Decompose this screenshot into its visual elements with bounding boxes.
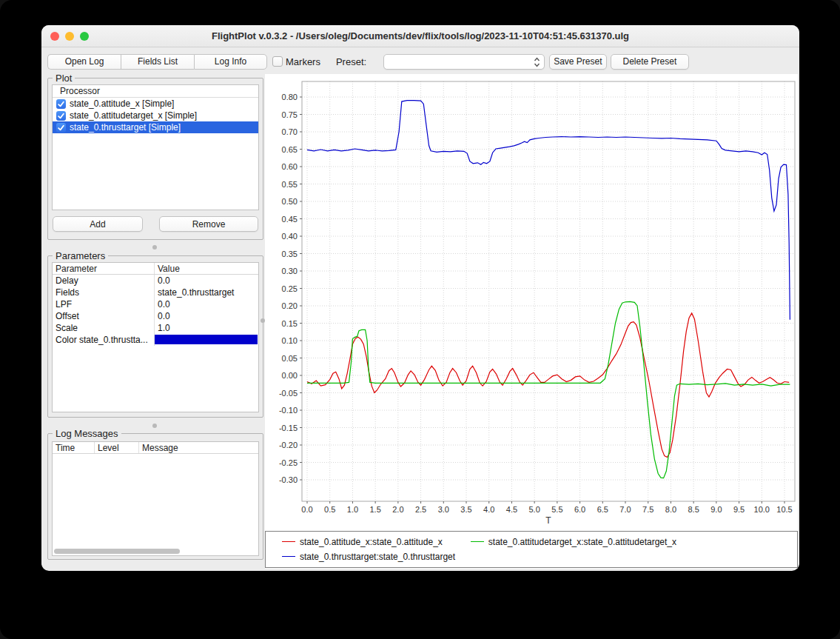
svg-text:3.0: 3.0 [438, 505, 449, 514]
svg-text:4.5: 4.5 [506, 505, 517, 514]
parameter-name: Color state_0.thrustta... [53, 334, 155, 346]
parameters-table-header: ParameterValue [53, 263, 258, 275]
x-axis-label: T [545, 515, 551, 526]
titlebar[interactable]: FlightPlot v.0.3.2 - /Users/oleg/Documen… [41, 25, 799, 47]
parameter-name: Fields [53, 287, 155, 298]
svg-text:6.5: 6.5 [597, 505, 608, 514]
svg-text:9.0: 9.0 [710, 505, 722, 514]
preset-label: Preset: [336, 56, 366, 67]
fields-list-button[interactable]: Fields List [121, 54, 194, 70]
legend-entry: state_0.attitude_x:state_0.attitude_x [282, 535, 443, 548]
parameter-row[interactable]: Offset0.0 [53, 310, 258, 322]
svg-text:0.70: 0.70 [282, 127, 298, 136]
field-label: state_0.attitude_x [Simple] [70, 98, 174, 109]
parameter-value[interactable]: 0.0 [155, 310, 258, 322]
plot-field-row[interactable]: state_0.thrusttarget [Simple] [53, 121, 258, 133]
legend-label: state_0.attitudetarget_x:state_0.attitud… [488, 537, 676, 547]
parameters-panel: Parameters ParameterValue Delay0.0Fields… [47, 255, 263, 418]
svg-text:0.35: 0.35 [282, 250, 298, 258]
minimize-window-button[interactable] [65, 32, 74, 41]
parameters-table[interactable]: ParameterValue Delay0.0Fieldsstate_0.thr… [52, 262, 259, 412]
parameter-row[interactable]: Color state_0.thrustta... [53, 334, 258, 346]
parameter-name: Offset [53, 310, 155, 322]
splitter-handle[interactable] [152, 245, 157, 250]
flight-plot-chart[interactable]: 0.00.51.01.52.02.53.03.54.04.55.05.56.06… [265, 74, 798, 527]
svg-text:0.45: 0.45 [282, 215, 298, 224]
svg-text:-0.10: -0.10 [279, 406, 298, 415]
parameter-row[interactable]: Delay0.0 [53, 275, 258, 287]
preset-combobox[interactable] [383, 54, 545, 70]
legend-entry: state_0.attitudetarget_x:state_0.attitud… [471, 535, 676, 548]
parameter-value[interactable]: 0.0 [155, 298, 258, 310]
plot-field-row[interactable]: state_0.attitude_x [Simple] [53, 98, 258, 110]
log-table-header: TimeLevelMessage [53, 442, 258, 454]
log-messages-panel-title: Log Messages [53, 428, 121, 439]
parameter-value[interactable]: 1.0 [155, 322, 258, 334]
field-label: state_0.attitudetarget_x [Simple] [70, 110, 197, 121]
close-window-button[interactable] [50, 32, 59, 41]
column-header: Parameter [53, 263, 155, 274]
toolbar-button-group: Open Log Fields List Log Info [47, 54, 267, 70]
legend-line-swatch [471, 541, 484, 542]
markers-checkbox[interactable] [272, 56, 283, 67]
log-messages-table[interactable]: TimeLevelMessage [52, 441, 259, 556]
plot-field-list[interactable]: Processor state_0.attitude_x [Simple]sta… [52, 84, 259, 210]
svg-text:0.80: 0.80 [282, 93, 298, 101]
field-checkbox[interactable] [56, 123, 66, 133]
legend-entry: state_0.thrusttarget:state_0.thrusttarge… [282, 550, 455, 563]
horizontal-scrollbar[interactable] [54, 549, 180, 554]
svg-text:0.40: 0.40 [282, 232, 298, 241]
svg-text:4.0: 4.0 [483, 505, 494, 514]
svg-text:7.5: 7.5 [642, 505, 653, 514]
flightplot-window: FlightPlot v.0.3.2 - /Users/oleg/Documen… [41, 25, 799, 571]
svg-text:0.5: 0.5 [324, 505, 335, 514]
desktop-background: FlightPlot v.0.3.2 - /Users/oleg/Documen… [0, 0, 840, 639]
parameter-value[interactable]: state_0.thrusttarget [155, 287, 258, 298]
plot-panel-title: Plot [53, 73, 75, 84]
open-log-button[interactable]: Open Log [47, 54, 121, 70]
parameter-row[interactable]: Fieldsstate_0.thrusttarget [53, 287, 258, 298]
parameter-name: LPF [53, 298, 155, 310]
chart-pane: 0.00.51.01.52.02.53.03.54.04.55.05.56.06… [265, 74, 798, 569]
parameter-name: Scale [53, 322, 155, 334]
svg-text:0.75: 0.75 [282, 110, 298, 119]
delete-preset-button[interactable]: Delete Preset [611, 54, 690, 70]
parameter-value[interactable]: 0.0 [155, 275, 258, 287]
svg-text:8.5: 8.5 [688, 505, 699, 514]
column-header: Message [139, 442, 258, 453]
field-checkbox[interactable] [56, 111, 66, 121]
svg-text:0.25: 0.25 [282, 284, 298, 293]
svg-text:0.55: 0.55 [282, 180, 298, 189]
parameter-row[interactable]: LPF0.0 [53, 298, 258, 310]
plot-field-row[interactable]: state_0.attitudetarget_x [Simple] [53, 110, 258, 121]
splitter-handle[interactable] [152, 424, 157, 428]
log-messages-panel: Log Messages TimeLevelMessage [47, 433, 263, 560]
svg-text:9.5: 9.5 [733, 505, 745, 514]
svg-text:-0.30: -0.30 [279, 475, 298, 484]
field-checkbox[interactable] [56, 99, 66, 109]
svg-text:0.60: 0.60 [282, 162, 298, 171]
column-header: Level [95, 442, 139, 453]
svg-text:0.0: 0.0 [301, 505, 312, 514]
plot-panel: Plot Processor state_0.attitude_x [Simpl… [47, 78, 263, 240]
svg-text:3.5: 3.5 [460, 505, 471, 514]
svg-text:8.0: 8.0 [665, 505, 676, 514]
column-header: Time [53, 442, 95, 453]
processor-column-header: Processor [53, 85, 258, 98]
markers-label: Markers [286, 56, 320, 67]
svg-text:-0.05: -0.05 [279, 389, 298, 398]
plot-buttons-row: Add Remove [53, 216, 258, 232]
svg-text:0.20: 0.20 [282, 301, 298, 310]
save-preset-button[interactable]: Save Preset [549, 54, 606, 70]
add-button[interactable]: Add [53, 216, 143, 232]
color-swatch[interactable] [155, 335, 258, 344]
remove-button[interactable]: Remove [159, 216, 258, 232]
legend-label: state_0.thrusttarget:state_0.thrusttarge… [300, 552, 455, 562]
svg-text:10.0: 10.0 [754, 505, 770, 514]
combo-arrows-icon [534, 57, 540, 70]
zoom-window-button[interactable] [80, 32, 89, 41]
parameter-row[interactable]: Scale1.0 [53, 322, 258, 334]
parameter-value[interactable] [155, 334, 258, 346]
log-info-button[interactable]: Log Info [194, 54, 267, 70]
svg-text:-0.20: -0.20 [279, 441, 298, 449]
